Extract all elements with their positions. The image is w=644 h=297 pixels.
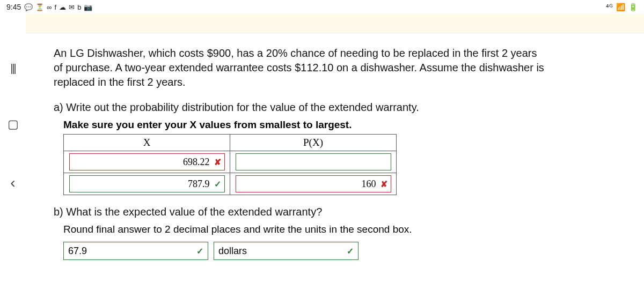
status-bar: 9:45 💬 ⏳ ∞ f ☁ ✉ b 📷 ⁴ᴳ 📶 🔋 <box>0 0 644 14</box>
timer-icon: ⏳ <box>35 3 44 11</box>
col-header-x: X <box>64 135 230 151</box>
part-b-instruction: Round final answer to 2 decimal places a… <box>63 224 628 235</box>
signal-icon: 📶 <box>616 3 625 11</box>
expected-value-row: 67.9 ✓ dollars ✓ <box>63 242 628 260</box>
notice-strip <box>26 14 644 33</box>
x-value-2: 787.9 <box>188 179 210 190</box>
distribution-table: X P(X) 698.22 ✘ 787.9 ✓ <box>63 134 397 195</box>
x-input-2[interactable]: 787.9 ✓ <box>69 175 225 192</box>
table-row: 787.9 ✓ 160 ✘ <box>64 173 397 195</box>
infinity-icon: ∞ <box>47 3 52 11</box>
part-a-instruction: Make sure you enter your X values from s… <box>63 119 628 131</box>
cloud-icon: ☁ <box>59 3 66 11</box>
facebook-icon: f <box>55 3 57 11</box>
expected-value-input[interactable]: 67.9 ✓ <box>63 242 208 260</box>
status-time: 9:45 <box>6 3 21 11</box>
table-row: 698.22 ✘ <box>64 151 397 173</box>
units-value: dollars <box>218 246 247 257</box>
x-input-1[interactable]: 698.22 ✘ <box>69 153 225 170</box>
b-icon: b <box>77 3 81 11</box>
mail-icon: ✉ <box>69 3 75 11</box>
home-button[interactable]: ▢ <box>8 117 19 131</box>
px-input-1[interactable] <box>236 153 391 170</box>
px-input-2[interactable]: 160 ✘ <box>236 175 391 192</box>
part-b-label: b) What is the expected value of the ext… <box>54 206 628 218</box>
device-nav: ||| ▢ ‹ <box>0 14 26 297</box>
wrong-mark-icon: ✘ <box>214 157 221 167</box>
battery-icon: 🔋 <box>628 3 638 11</box>
question-content: An LG Dishwasher, which costs $900, has … <box>48 33 644 260</box>
right-mark-icon: ✓ <box>196 246 203 256</box>
wrong-mark-icon: ✘ <box>380 179 387 189</box>
camera-icon: 📷 <box>84 3 92 11</box>
right-mark-icon: ✓ <box>214 179 221 189</box>
x-value-1: 698.22 <box>183 157 210 168</box>
expected-value: 67.9 <box>68 246 87 257</box>
recent-apps-button[interactable]: ||| <box>10 62 16 75</box>
network-4g-icon: ⁴ᴳ <box>606 3 613 11</box>
part-a-label: a) Write out the probability distributio… <box>54 101 628 114</box>
status-left-icons: 💬 ⏳ ∞ f ☁ ✉ b 📷 <box>24 3 92 11</box>
col-header-px: P(X) <box>230 135 397 151</box>
problem-statement: An LG Dishwasher, which costs $900, has … <box>54 46 547 90</box>
right-mark-icon: ✓ <box>347 246 354 256</box>
messenger-icon: 💬 <box>24 3 33 11</box>
back-button[interactable]: ‹ <box>10 174 15 191</box>
status-right: ⁴ᴳ 📶 🔋 <box>606 3 638 11</box>
px-value-2: 160 <box>362 179 376 190</box>
status-left: 9:45 💬 ⏳ ∞ f ☁ ✉ b 📷 <box>6 3 92 11</box>
units-input[interactable]: dollars ✓ <box>214 242 358 260</box>
